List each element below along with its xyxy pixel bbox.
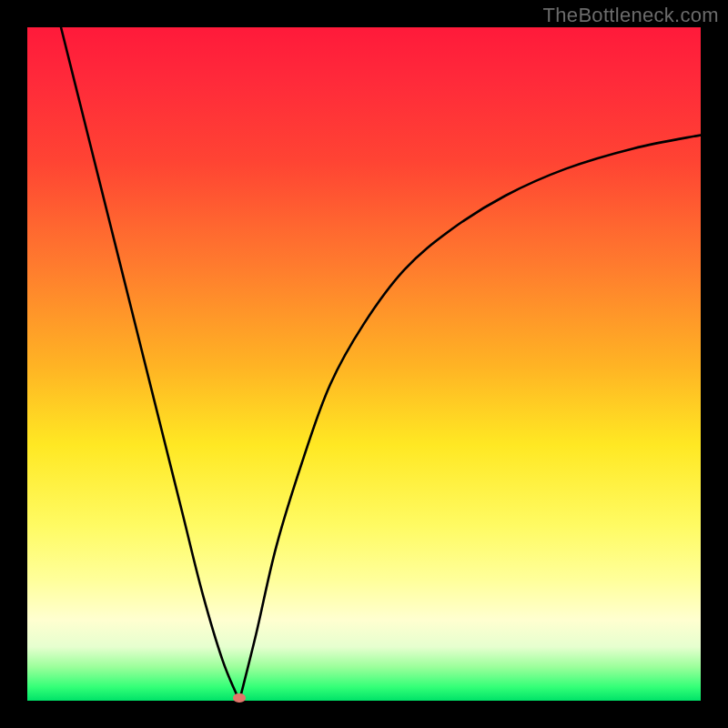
curve-right-branch xyxy=(239,135,701,701)
minimum-marker xyxy=(233,693,246,703)
curve-left-branch xyxy=(61,27,239,701)
watermark-text: TheBottleneck.com xyxy=(543,4,719,27)
bottleneck-curve xyxy=(27,27,701,701)
chart-area xyxy=(27,27,701,701)
